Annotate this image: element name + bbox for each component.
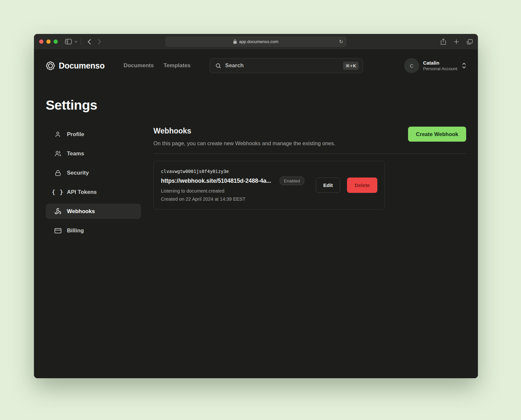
webhook-actions: Edit Delete — [316, 178, 377, 193]
create-webhook-button[interactable]: Create Webhook — [408, 127, 466, 142]
browser-window: app.documenso.com ↻ Documenso — [34, 34, 478, 378]
sidebar-item-label: Security — [67, 170, 89, 176]
search-shortcut-badge: ⌘+K — [343, 62, 359, 70]
sidebar-toggle-icon[interactable] — [65, 39, 72, 44]
brand-name: Documenso — [59, 61, 104, 70]
new-tab-icon[interactable] — [454, 39, 459, 44]
browser-toolbar: app.documenso.com ↻ — [34, 34, 478, 49]
webhook-url-row: https://webhook.site/5104815d-2488-4a...… — [161, 177, 316, 185]
webhooks-header: Webhooks On this page, you can create ne… — [153, 127, 466, 147]
webhook-card: clvavwgtw0001js0f4y0izy3e https://webhoo… — [153, 161, 385, 210]
webhook-id: clvavwgtw0001js0f4y0izy3e — [161, 169, 316, 174]
sidebar-item-label: Billing — [67, 227, 84, 234]
traffic-lights — [39, 39, 58, 44]
section-title: Webhooks — [153, 127, 335, 135]
forward-icon[interactable] — [98, 39, 101, 45]
delete-button[interactable]: Delete — [347, 178, 377, 193]
top-nav: Documents Templates — [123, 62, 190, 69]
sidebar-item-webhooks[interactable]: Webhooks — [46, 204, 141, 219]
toolbar-right-icons — [441, 39, 473, 45]
user-name: Catalin — [423, 60, 457, 66]
nav-documents[interactable]: Documents — [123, 62, 154, 69]
section-description: On this page, you can create new Webhook… — [153, 140, 335, 147]
avatar: C — [404, 58, 419, 73]
credit-card-icon — [54, 228, 61, 234]
webhook-listening: Listening to document.created — [161, 188, 316, 194]
address-bar[interactable]: app.documenso.com ↻ — [166, 37, 346, 47]
chevron-up-down-icon — [462, 62, 466, 69]
sidebar-item-profile[interactable]: Profile — [46, 127, 141, 142]
sidebar-item-label: API Tokens — [67, 189, 97, 195]
user-menu[interactable]: C Catalin Personal Account — [404, 58, 466, 73]
tabs-overview-icon[interactable] — [467, 39, 473, 44]
search-bar[interactable]: ⌘+K — [210, 58, 363, 73]
sidebar-item-label: Profile — [67, 131, 84, 138]
page-title: Settings — [46, 98, 466, 113]
share-icon[interactable] — [441, 39, 446, 45]
user-account-type: Personal Account — [423, 66, 457, 71]
webhook-created: Created on 22 April 2024 at 14:39 EEST — [161, 196, 316, 202]
webhook-url: https://webhook.site/5104815d-2488-4a... — [161, 178, 271, 184]
documenso-app: Documenso Documents Templates ⌘+K C Cata… — [34, 49, 478, 378]
webhook-icon — [54, 208, 61, 215]
webhooks-panel: Webhooks On this page, you can create ne… — [153, 127, 466, 242]
user-meta: Catalin Personal Account — [423, 60, 457, 71]
status-badge: Enabled — [280, 177, 305, 185]
lock-icon — [233, 39, 237, 44]
lock-icon — [54, 170, 61, 176]
users-icon — [54, 150, 61, 157]
chevron-down-icon[interactable] — [74, 41, 77, 43]
search-icon — [215, 63, 221, 69]
user-icon — [54, 131, 61, 138]
documenso-logo[interactable]: Documenso — [46, 61, 104, 70]
sidebar-item-teams[interactable]: Teams — [46, 146, 141, 161]
sidebar-item-label: Webhooks — [67, 208, 95, 215]
minimize-window-button[interactable] — [46, 39, 51, 44]
sidebar-item-security[interactable]: Security — [46, 165, 141, 180]
zoom-window-button[interactable] — [54, 39, 58, 44]
sidebar-item-billing[interactable]: Billing — [46, 223, 141, 238]
back-icon[interactable] — [87, 39, 91, 45]
app-header: Documenso Documents Templates ⌘+K C Cata… — [46, 58, 466, 73]
sidebar-item-label: Teams — [67, 150, 84, 157]
braces-icon: { } — [54, 189, 61, 195]
documenso-rosette-icon — [46, 61, 55, 70]
settings-sidebar: Profile Teams Security { } API Token — [46, 127, 141, 242]
webhooks-header-text: Webhooks On this page, you can create ne… — [153, 127, 335, 147]
close-window-button[interactable] — [39, 39, 43, 44]
edit-button[interactable]: Edit — [316, 178, 340, 193]
sidebar-item-api-tokens[interactable]: { } API Tokens — [46, 184, 141, 200]
settings-content: Profile Teams Security { } API Token — [46, 127, 466, 242]
toolbar-divider — [81, 39, 81, 45]
search-input[interactable] — [225, 62, 343, 69]
address-url: app.documenso.com — [239, 39, 278, 44]
section-divider — [153, 153, 466, 154]
reload-icon[interactable]: ↻ — [339, 37, 343, 46]
nav-templates[interactable]: Templates — [164, 62, 191, 69]
webhook-details: clvavwgtw0001js0f4y0izy3e https://webhoo… — [161, 169, 316, 202]
